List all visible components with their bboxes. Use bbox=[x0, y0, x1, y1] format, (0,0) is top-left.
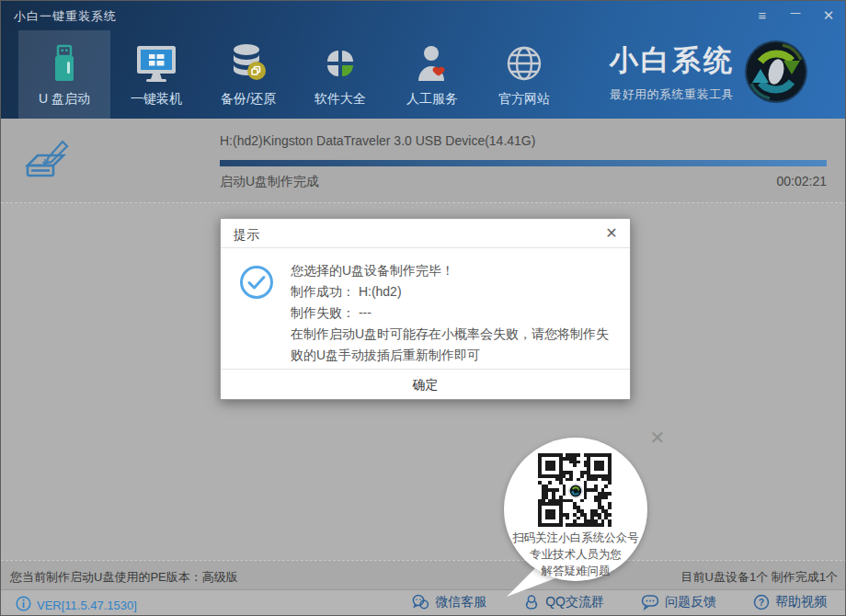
dialog-footer: 确定 bbox=[221, 369, 630, 400]
burn-progress-section: H:(hd2)Kingston DataTraveler 3.0 USB Dev… bbox=[1, 119, 846, 203]
menu-icon[interactable]: ≡ bbox=[753, 6, 772, 25]
brand-title: 小白系统 bbox=[610, 41, 735, 80]
globe-icon bbox=[503, 42, 545, 85]
database-backup-icon bbox=[226, 42, 270, 85]
nav-label: U 盘启动 bbox=[39, 91, 90, 108]
version-text: VER[11.5.47.1530] bbox=[37, 599, 137, 612]
version-info[interactable]: VER[11.5.47.1530] bbox=[16, 596, 137, 614]
titlebar: 小白一键重装系统 ≡ ─ ✕ bbox=[1, 1, 846, 30]
dialog-message-line: 制作成功： H:(hd2) bbox=[291, 281, 614, 302]
monitor-icon bbox=[134, 42, 178, 85]
disk-burn-icon bbox=[19, 135, 71, 190]
qr-bubble-close-icon[interactable]: ✕ bbox=[646, 427, 669, 449]
footer-link-help[interactable]: ? 帮助视频 bbox=[753, 594, 827, 610]
dialog-message-line: 您选择的U盘设备制作完毕！ bbox=[291, 260, 614, 281]
status-row: 您当前制作启动U盘使用的PE版本：高级版 目前U盘设备1个 制作完成1个 bbox=[1, 560, 846, 589]
info-icon bbox=[16, 596, 31, 614]
dialog-message-line: 在制作启动U盘时可能存在小概率会失败，请您将制作失败的U盘手动拔插后重新制作即可 bbox=[291, 324, 614, 366]
nav-label: 软件大全 bbox=[314, 91, 366, 108]
brand-tagline: 最好用的系统重装工具 bbox=[610, 86, 735, 103]
dialog-body: 您选择的U盘设备制作完毕！ 制作成功： H:(hd2) 制作失败： --- 在制… bbox=[221, 248, 630, 369]
dialog-close-icon[interactable]: ✕ bbox=[602, 224, 621, 243]
header: 小白一键重装系统 ≡ ─ ✕ U 盘启动 bbox=[1, 1, 846, 119]
footer-link-label: 微信客服 bbox=[435, 594, 486, 610]
nav-label: 一键装机 bbox=[131, 91, 182, 108]
pe-version-text: 您当前制作启动U盘使用的PE版本：高级版 bbox=[10, 569, 238, 586]
alert-dialog: 提示 ✕ 您选择的U盘设备制作完毕！ 制作成功： H:(hd2) 制作失败： -… bbox=[220, 218, 631, 400]
ok-button[interactable]: 确定 bbox=[371, 370, 481, 401]
nav-label: 备份/还原 bbox=[221, 91, 276, 108]
person-heart-icon bbox=[411, 42, 453, 85]
qr-bubble: 扫码关注小白系统公众号 专业技术人员为您 解答疑难问题 bbox=[504, 438, 647, 581]
qr-center-logo-icon bbox=[568, 484, 583, 498]
footer-link-label: 帮助视频 bbox=[775, 594, 827, 610]
nav-item-software-center[interactable]: 软件大全 bbox=[294, 30, 386, 119]
footer-link-feedback[interactable]: 问题反馈 bbox=[641, 594, 716, 610]
qr-caption-line: 扫码关注小白系统公众号 bbox=[504, 530, 647, 546]
footer-link-label: 问题反馈 bbox=[665, 594, 716, 610]
dialog-header: 提示 ✕ bbox=[221, 219, 630, 248]
footer-links: 微信客服 QQ交流群 bbox=[411, 594, 827, 610]
help-question-icon: ? bbox=[753, 594, 770, 610]
progress-status-text: 启动U盘制作完成 bbox=[220, 174, 319, 190]
progress-bar-fill bbox=[220, 160, 827, 166]
window-title: 小白一键重装系统 bbox=[14, 8, 117, 25]
footer-bar: VER[11.5.47.1530] 微信客服 bbox=[1, 589, 846, 616]
dialog-message-line: 制作失败： --- bbox=[291, 302, 614, 324]
qr-caption-line: 解答疑难问题 bbox=[504, 563, 647, 579]
app-window: 小白一键重装系统 ≡ ─ ✕ U 盘启动 bbox=[0, 0, 846, 616]
minimize-icon[interactable]: ─ bbox=[786, 6, 805, 25]
close-icon[interactable]: ✕ bbox=[819, 6, 838, 25]
usb-device-name: H:(hd2)Kingston DataTraveler 3.0 USB Dev… bbox=[220, 133, 535, 148]
progress-bar bbox=[220, 160, 827, 166]
qr-caption-line: 专业技术人员为您 bbox=[504, 546, 647, 563]
main-nav: U 盘启动 一键装机 bbox=[18, 30, 570, 119]
apps-clover-icon bbox=[319, 42, 361, 85]
nav-label: 人工服务 bbox=[406, 91, 458, 108]
elapsed-time: 00:02:21 bbox=[777, 174, 828, 188]
window-controls: ≡ ─ ✕ bbox=[753, 6, 838, 25]
usb-drive-icon bbox=[44, 42, 85, 85]
brand-logo: 小白系统 最好用的系统重装工具 bbox=[610, 41, 735, 103]
nav-item-one-click-install[interactable]: 一键装机 bbox=[110, 30, 202, 119]
nav-item-backup-restore[interactable]: 备份/还原 bbox=[202, 30, 294, 119]
nav-label: 官方网站 bbox=[498, 91, 550, 108]
brand-mark-icon bbox=[742, 38, 810, 106]
nav-item-usb-boot[interactable]: U 盘启动 bbox=[18, 30, 110, 119]
dialog-title: 提示 bbox=[234, 227, 259, 244]
success-check-icon bbox=[239, 265, 274, 303]
feedback-bubble-icon bbox=[641, 594, 659, 610]
footer-link-wechat[interactable]: 微信客服 bbox=[411, 594, 486, 610]
qr-caption: 扫码关注小白系统公众号 专业技术人员为您 解答疑难问题 bbox=[504, 530, 647, 579]
wechat-icon bbox=[411, 594, 429, 610]
nav-item-official-site[interactable]: 官方网站 bbox=[478, 30, 570, 119]
nav-item-human-service[interactable]: 人工服务 bbox=[386, 30, 478, 119]
svg-text:?: ? bbox=[759, 597, 764, 608]
device-count-text: 目前U盘设备1个 制作完成1个 bbox=[681, 569, 838, 586]
